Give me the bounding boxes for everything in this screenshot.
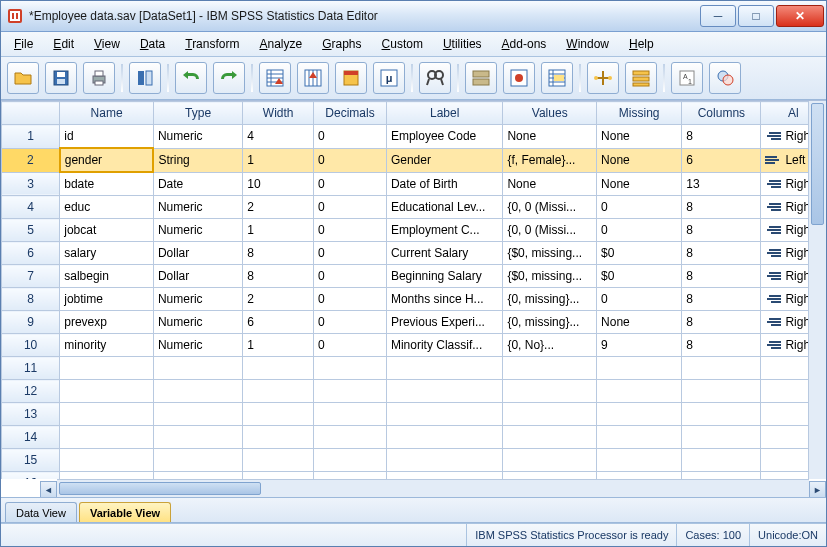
use-sets-button[interactable] (625, 62, 657, 94)
cell-values[interactable]: {0, missing}... (503, 311, 597, 334)
cell-missing[interactable]: $0 (597, 242, 682, 265)
cell-columns[interactable]: 8 (682, 196, 761, 219)
cell-values[interactable]: None (503, 125, 597, 149)
cell-label[interactable]: Educational Lev... (386, 196, 503, 219)
cell-missing[interactable]: 0 (597, 219, 682, 242)
cell-decimals[interactable]: 0 (314, 288, 387, 311)
cell-name[interactable]: salary (60, 242, 154, 265)
cell-missing[interactable]: 0 (597, 196, 682, 219)
cell-decimals[interactable]: 0 (314, 265, 387, 288)
weight-cases-button[interactable] (503, 62, 535, 94)
col-values[interactable]: Values (503, 102, 597, 125)
cell-type[interactable]: Dollar (153, 265, 242, 288)
cell-type[interactable]: Numeric (153, 334, 242, 357)
cell-values[interactable]: None (503, 172, 597, 196)
cell-width[interactable]: 2 (243, 196, 314, 219)
column-header-row[interactable]: Name Type Width Decimals Label Values Mi… (2, 102, 826, 125)
cell-name[interactable]: jobcat (60, 219, 154, 242)
cell-missing[interactable]: None (597, 172, 682, 196)
cell-missing[interactable]: 9 (597, 334, 682, 357)
cell-label[interactable]: Beginning Salary (386, 265, 503, 288)
table-row[interactable]: 4educNumeric20Educational Lev...{0, 0 (M… (2, 196, 826, 219)
table-row-empty[interactable]: 11 (2, 357, 826, 380)
cell-label[interactable]: Employment C... (386, 219, 503, 242)
col-width[interactable]: Width (243, 102, 314, 125)
tab-data-view[interactable]: Data View (5, 502, 77, 522)
table-row[interactable]: 3bdateDate100Date of BirthNoneNone13Righ (2, 172, 826, 196)
cell-label[interactable]: Employee Code (386, 125, 503, 149)
table-row[interactable]: 6salaryDollar80Current Salary{$0, missin… (2, 242, 826, 265)
cell-name[interactable]: bdate (60, 172, 154, 196)
maximize-button[interactable]: □ (738, 5, 774, 27)
row-header[interactable]: 13 (2, 403, 60, 426)
print-button[interactable] (83, 62, 115, 94)
row-header[interactable]: 8 (2, 288, 60, 311)
cell-values[interactable]: {0, missing}... (503, 288, 597, 311)
cell-values[interactable]: {0, 0 (Missi... (503, 196, 597, 219)
cell-columns[interactable]: 13 (682, 172, 761, 196)
goto-case-button[interactable] (259, 62, 291, 94)
menu-graphs[interactable]: Graphs (313, 33, 370, 55)
table-row[interactable]: 9prevexpNumeric60Previous Experi...{0, m… (2, 311, 826, 334)
cell-missing[interactable]: 0 (597, 288, 682, 311)
col-label[interactable]: Label (386, 102, 503, 125)
col-type[interactable]: Type (153, 102, 242, 125)
hscroll-left-arrow[interactable]: ◄ (40, 481, 57, 497)
row-header[interactable]: 9 (2, 311, 60, 334)
variable-grid[interactable]: Name Type Width Decimals Label Values Mi… (1, 101, 826, 479)
cell-decimals[interactable]: 0 (314, 219, 387, 242)
menu-file[interactable]: File (5, 33, 42, 55)
recall-dialog-button[interactable] (129, 62, 161, 94)
cell-decimals[interactable]: 0 (314, 125, 387, 149)
find-button[interactable] (419, 62, 451, 94)
cell-columns[interactable]: 8 (682, 219, 761, 242)
save-button[interactable] (45, 62, 77, 94)
col-missing[interactable]: Missing (597, 102, 682, 125)
table-row-empty[interactable]: 13 (2, 403, 826, 426)
cell-decimals[interactable]: 0 (314, 148, 387, 172)
value-labels-button[interactable] (587, 62, 619, 94)
cell-values[interactable]: {$0, missing... (503, 242, 597, 265)
table-row[interactable]: 5jobcatNumeric10Employment C...{0, 0 (Mi… (2, 219, 826, 242)
cell-label[interactable]: Months since H... (386, 288, 503, 311)
cell-columns[interactable]: 8 (682, 265, 761, 288)
cell-columns[interactable]: 8 (682, 242, 761, 265)
row-header[interactable]: 1 (2, 125, 60, 149)
cell-label[interactable]: Gender (386, 148, 503, 172)
row-header[interactable]: 7 (2, 265, 60, 288)
menu-custom[interactable]: Custom (373, 33, 432, 55)
cell-type[interactable]: Numeric (153, 196, 242, 219)
cell-columns[interactable]: 8 (682, 311, 761, 334)
cell-name[interactable]: minority (60, 334, 154, 357)
cell-type[interactable]: String (153, 148, 242, 172)
cell-type[interactable]: Numeric (153, 288, 242, 311)
cell-width[interactable]: 6 (243, 311, 314, 334)
cell-missing[interactable]: None (597, 311, 682, 334)
menu-transform[interactable]: Transform (176, 33, 248, 55)
split-file-button[interactable] (465, 62, 497, 94)
cell-width[interactable]: 1 (243, 334, 314, 357)
cell-name[interactable]: educ (60, 196, 154, 219)
cell-label[interactable]: Minority Classif... (386, 334, 503, 357)
vertical-scrollbar[interactable] (808, 101, 826, 479)
tab-variable-view[interactable]: Variable View (79, 502, 171, 522)
variables-button[interactable] (335, 62, 367, 94)
menu-help[interactable]: Help (620, 33, 663, 55)
cell-missing[interactable]: $0 (597, 265, 682, 288)
cell-columns[interactable]: 8 (682, 334, 761, 357)
cell-values[interactable]: {$0, missing... (503, 265, 597, 288)
cell-width[interactable]: 1 (243, 219, 314, 242)
cell-label[interactable]: Date of Birth (386, 172, 503, 196)
row-header[interactable]: 5 (2, 219, 60, 242)
cell-label[interactable]: Current Salary (386, 242, 503, 265)
hscroll-thumb[interactable] (59, 482, 261, 495)
table-row-empty[interactable]: 16 (2, 472, 826, 480)
cell-width[interactable]: 1 (243, 148, 314, 172)
cell-type[interactable]: Numeric (153, 125, 242, 149)
row-header[interactable]: 12 (2, 380, 60, 403)
cell-type[interactable]: Date (153, 172, 242, 196)
menu-utilities[interactable]: Utilities (434, 33, 491, 55)
table-row[interactable]: 10minorityNumeric10Minority Classif...{0… (2, 334, 826, 357)
row-header[interactable]: 2 (2, 148, 60, 172)
col-decimals[interactable]: Decimals (314, 102, 387, 125)
